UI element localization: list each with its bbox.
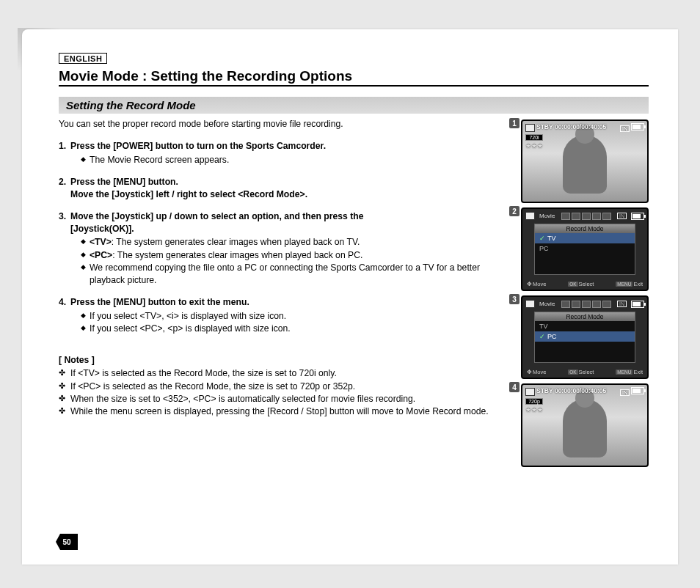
step-bullet: The Movie Record screen appears. (81, 154, 500, 166)
figure-3: 3 Movie IN Record Mode TV PC (512, 295, 649, 379)
figure-1: 1 STBY 00:00:00/00:40:05 IN 720i ★★★ (512, 120, 649, 203)
size-badge: 720i (525, 134, 543, 141)
notes-heading: [ Notes ] (59, 354, 500, 366)
photo-preview (522, 385, 647, 466)
camcorder-icon (525, 388, 535, 396)
page-number-badge: 50 (56, 534, 78, 550)
step-number: 2. (59, 176, 70, 188)
step-2: 2.Press the [MENU] button. Move the [Joy… (59, 176, 500, 200)
camcorder-icon (525, 124, 535, 132)
step-3: 3.Move the [Joystick] up / down to selec… (59, 210, 500, 286)
instruction-column: You can set the proper record mode befor… (59, 118, 500, 467)
size-badge: 720p (525, 398, 543, 405)
step-heading: Press the [POWER] button to turn on the … (70, 141, 326, 151)
step-4: 4.Press the [MENU] button to exit the me… (59, 296, 500, 334)
hint-select: OK Select (568, 281, 594, 287)
tab-icons (561, 213, 611, 220)
camcorder-icon (525, 300, 535, 308)
step-bullet: <PC>: The system generates clear images … (81, 249, 500, 261)
time-text: 00:00:00/00:40:05 (555, 123, 606, 131)
note-item: When the size is set to <352>, <PC> is a… (59, 393, 500, 405)
step-heading: Press the [MENU] button to exit the menu… (70, 297, 249, 307)
step-bullet: We recommend copying the file onto a PC … (81, 262, 500, 286)
battery-icon (631, 387, 644, 394)
figure-column: 1 STBY 00:00:00/00:40:05 IN 720i ★★★ 2 (512, 120, 649, 467)
note-item: If <TV> is selected as the Record Mode, … (59, 367, 500, 379)
hint-exit: MENU Exit (616, 369, 643, 375)
step-number: 3. (59, 210, 70, 222)
time-text: 00:00:00/00:40:05 (555, 387, 606, 394)
language-label: ENGLISH (59, 53, 107, 64)
menu-tab-label: Movie (539, 213, 555, 219)
menu-title: Record Mode (535, 312, 635, 321)
status-text: STBY (536, 387, 553, 394)
step-heading-line2: Move the [Joystick] left / right to sele… (59, 188, 500, 200)
photo-preview (522, 121, 647, 202)
menu-tab-label: Movie (539, 301, 555, 307)
step-bullet: If you select <PC>, <p> is displayed wit… (81, 323, 500, 334)
page-title: Movie Mode : Setting the Recording Optio… (59, 68, 649, 87)
tab-icons (561, 301, 611, 308)
figure-4: 4 STBY 00:00:00/00:40:05 IN 720p ★★★ (512, 383, 649, 467)
note-item: If <PC> is selected as the Record Mode, … (59, 381, 500, 392)
step-heading: Move the [Joystick] up / down to select … (70, 211, 364, 221)
step-number: 4. (59, 296, 70, 308)
camcorder-screen: STBY 00:00:00/00:40:05 IN 720p ★★★ (521, 383, 649, 467)
section-subtitle: Setting the Record Mode (59, 97, 649, 114)
hint-move: ✥ Move (527, 369, 546, 375)
camcorder-icon (525, 212, 535, 220)
menu-title: Record Mode (535, 224, 635, 233)
page-number-text: 50 (56, 534, 78, 550)
memory-icon: IN (620, 389, 630, 396)
camcorder-screen: Movie IN Record Mode TV PC ✥ Move OK Sel… (521, 295, 649, 379)
battery-icon (631, 123, 644, 131)
menu-item-pc: PC (535, 243, 635, 254)
step-1: 1.Press the [POWER] button to turn on th… (59, 140, 500, 166)
menu-item-tv: TV (535, 321, 635, 331)
step-bullet: If you select <TV>, <i> is displayed wit… (81, 310, 500, 322)
memory-icon: IN (617, 213, 627, 219)
hint-exit: MENU Exit (616, 281, 643, 287)
menu-item-tv: TV (535, 233, 635, 243)
step-heading-line2: [Joystick(OK)]. (59, 223, 500, 235)
camcorder-screen: Movie IN Record Mode TV PC ✥ Move OK Sel… (521, 207, 649, 291)
battery-icon (631, 301, 644, 308)
figure-number-badge: 2 (509, 206, 519, 216)
step-number: 1. (59, 140, 70, 152)
quality-icon: ★★★ (525, 406, 543, 414)
hint-move: ✥ Move (527, 281, 546, 287)
figure-number-badge: 1 (509, 118, 519, 128)
hint-select: OK Select (568, 369, 594, 375)
figure-number-badge: 3 (509, 294, 519, 304)
memory-icon: IN (620, 125, 630, 132)
manual-page: ENGLISH Movie Mode : Setting the Recordi… (22, 29, 678, 565)
intro-text: You can set the proper record mode befor… (59, 118, 500, 130)
step-bullet: <TV>: The system generates clear images … (81, 236, 500, 248)
figure-number-badge: 4 (509, 382, 519, 392)
notes-list: If <TV> is selected as the Record Mode, … (59, 367, 500, 418)
memory-icon: IN (617, 301, 627, 307)
battery-icon (631, 213, 644, 220)
figure-2: 2 Movie IN Record Mode TV PC (512, 207, 649, 291)
step-heading: Press the [MENU] button. (70, 177, 178, 187)
camcorder-screen: STBY 00:00:00/00:40:05 IN 720i ★★★ (521, 120, 649, 203)
status-text: STBY (536, 123, 553, 131)
menu-item-pc: PC (535, 331, 635, 342)
quality-icon: ★★★ (525, 142, 543, 150)
note-item: While the menu screen is displayed, pres… (59, 405, 500, 417)
